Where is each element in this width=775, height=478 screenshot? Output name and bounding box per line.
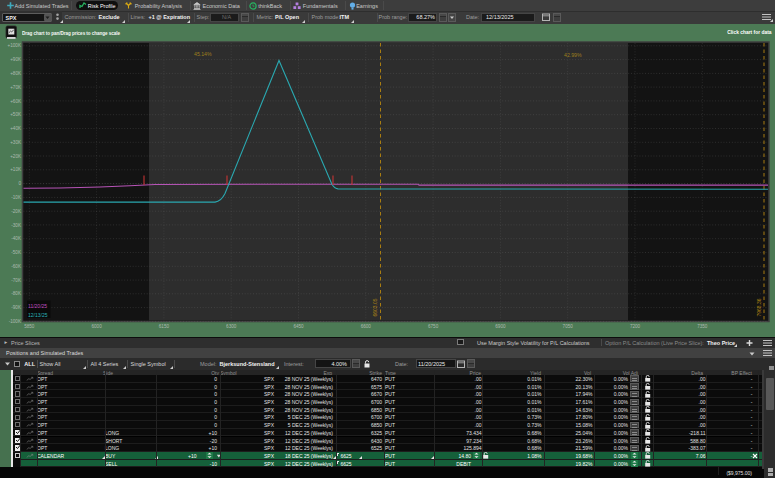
svg-text:5850: 5850 bbox=[24, 324, 35, 329]
svg-text:+80K: +80K bbox=[10, 71, 22, 76]
svg-text:7968.36: 7968.36 bbox=[756, 298, 762, 316]
svg-text:-20K: -20K bbox=[11, 208, 22, 213]
svg-text:+100K: +100K bbox=[8, 43, 22, 48]
svg-text:+50K: +50K bbox=[10, 112, 22, 117]
svg-text:-10K: -10K bbox=[11, 195, 22, 200]
svg-text:6300: 6300 bbox=[226, 324, 237, 329]
svg-text:-70K: -70K bbox=[11, 277, 22, 282]
svg-text:-100K: -100K bbox=[9, 319, 22, 324]
svg-text:42.99%: 42.99% bbox=[564, 51, 582, 57]
svg-text:0: 0 bbox=[18, 181, 21, 186]
svg-text:-30K: -30K bbox=[11, 222, 22, 227]
svg-text:-90K: -90K bbox=[11, 305, 22, 310]
svg-text:+70K: +70K bbox=[10, 84, 22, 89]
svg-text:6000: 6000 bbox=[91, 324, 102, 329]
svg-text:+30K: +30K bbox=[10, 139, 22, 144]
svg-text:11/20/25: 11/20/25 bbox=[28, 303, 47, 309]
svg-text:+40K: +40K bbox=[10, 126, 22, 131]
svg-text:-50K: -50K bbox=[11, 250, 22, 255]
svg-text:Click chart for data: Click chart for data bbox=[727, 30, 772, 35]
svg-text:6750: 6750 bbox=[428, 324, 439, 329]
svg-text:45.14%: 45.14% bbox=[194, 50, 212, 56]
svg-text:6450: 6450 bbox=[293, 324, 304, 329]
svg-text:-40K: -40K bbox=[11, 236, 22, 241]
svg-text:7350: 7350 bbox=[697, 324, 708, 329]
svg-text:+20K: +20K bbox=[10, 153, 22, 158]
svg-text:6900: 6900 bbox=[495, 324, 506, 329]
svg-text:+10K: +10K bbox=[10, 167, 22, 172]
svg-text:6150: 6150 bbox=[159, 324, 170, 329]
svg-text:-80K: -80K bbox=[11, 291, 22, 296]
svg-text:6600: 6600 bbox=[361, 324, 372, 329]
svg-text:Drag chart to pan/Drag prices: Drag chart to pan/Drag prices to change … bbox=[22, 30, 121, 35]
svg-text:6603.05: 6603.05 bbox=[372, 298, 378, 316]
svg-text:+60K: +60K bbox=[10, 98, 22, 103]
svg-text:-60K: -60K bbox=[11, 263, 22, 268]
svg-text:7200: 7200 bbox=[630, 324, 641, 329]
svg-text:+90K: +90K bbox=[10, 57, 22, 62]
svg-text:12/13/25: 12/13/25 bbox=[28, 311, 48, 317]
svg-text:7050: 7050 bbox=[563, 324, 574, 329]
